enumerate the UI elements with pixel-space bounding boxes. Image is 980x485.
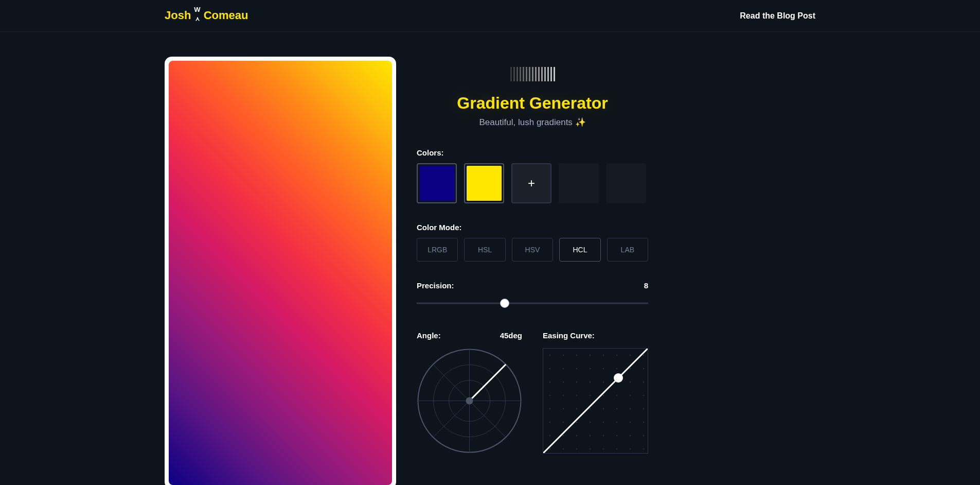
page-title: Gradient Generator (417, 94, 648, 113)
gradient-preview (169, 61, 392, 485)
angle-dial[interactable] (417, 348, 522, 454)
add-color-button[interactable]: + (511, 163, 551, 203)
svg-line-9 (543, 349, 648, 453)
color-mode-group: LRGB HSL HSV HCL LAB (417, 238, 648, 262)
color-mode-label: Color Mode: (417, 223, 648, 232)
slider-thumb[interactable] (500, 299, 509, 308)
angle-label: Angle: (417, 331, 441, 340)
empty-color-slot (559, 163, 599, 203)
page-subtitle: Beautiful, lush gradients ✨ (417, 117, 648, 128)
logo-w: W (194, 7, 200, 12)
mode-hsv[interactable]: HSV (512, 238, 553, 262)
empty-color-slot (606, 163, 646, 203)
mode-hcl[interactable]: HCL (559, 238, 600, 262)
precision-label: Precision: (417, 281, 454, 290)
blog-post-link[interactable]: Read the Blog Post (740, 11, 815, 21)
logo-first-name: Josh (165, 9, 191, 22)
easing-curve-editor[interactable] (543, 348, 648, 454)
precision-value: 8 (644, 281, 648, 290)
easing-handle[interactable] (614, 373, 623, 383)
precision-slider[interactable] (417, 298, 648, 308)
gradient-preview-frame (165, 57, 396, 485)
colors-label: Colors: (417, 148, 648, 157)
logo-last-name: Comeau (204, 9, 248, 22)
plus-icon: + (528, 176, 535, 190)
color-swatch-fill (419, 166, 454, 201)
easing-curve-line (543, 349, 648, 453)
slider-track (417, 303, 648, 304)
mode-hsl[interactable]: HSL (464, 238, 505, 262)
angle-dial-svg (417, 348, 522, 454)
angle-value: 45deg (500, 331, 522, 340)
color-swatch-fill (467, 166, 502, 201)
mode-lrgb[interactable]: LRGB (417, 238, 458, 262)
mode-lab[interactable]: LAB (607, 238, 648, 262)
color-swatch-1[interactable] (417, 163, 457, 203)
color-swatch-2[interactable] (464, 163, 504, 203)
gradient-palette-icon (510, 67, 555, 81)
easing-label: Easing Curve: (543, 331, 595, 340)
logo[interactable]: Josh W ⋏ Comeau (165, 9, 248, 23)
svg-point-8 (466, 397, 473, 405)
